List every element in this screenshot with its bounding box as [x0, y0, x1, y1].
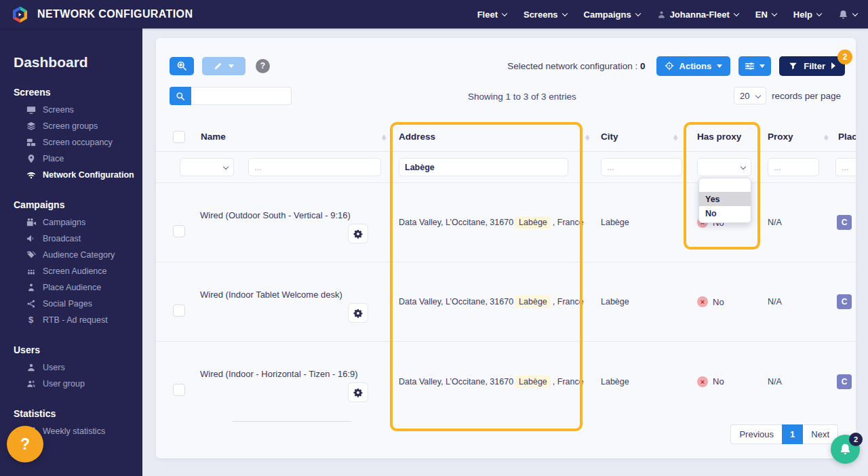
nav-menu-screens[interactable]: Screens — [524, 9, 567, 20]
place-filter-input[interactable] — [835, 158, 856, 176]
row-checkbox[interactable] — [173, 304, 185, 317]
place-badge[interactable]: C — [837, 215, 852, 230]
place-cell: C — [835, 262, 856, 341]
bell-icon — [838, 9, 848, 20]
nav-menu-fleet[interactable]: Fleet — [477, 9, 507, 20]
column-header-name[interactable]: Name◆ — [197, 132, 393, 142]
sidebar-section-users: Users — [0, 328, 142, 359]
row-checkbox[interactable] — [173, 384, 185, 396]
sidebar-item-audience-category[interactable]: Audience Category — [0, 247, 142, 263]
column-header-city[interactable]: City◆ — [597, 132, 685, 142]
tags-icon — [26, 250, 36, 260]
name-filter-input[interactable] — [248, 158, 381, 176]
place-badge[interactable]: C — [837, 294, 852, 309]
sidebar-item-screens[interactable]: Screens — [0, 102, 142, 118]
sidebar-item-screen-groups[interactable]: Screen groups — [0, 118, 142, 134]
contextual-help-button[interactable]: ? — [256, 59, 270, 73]
notification-count-badge: 2 — [849, 433, 863, 446]
column-header-proxy[interactable]: Proxy◆ — [761, 132, 835, 142]
megaphone-icon — [26, 234, 36, 244]
select-all-checkbox[interactable] — [173, 131, 185, 143]
table-row[interactable]: Wired (Indoor - Horizontal - Tizen - 16:… — [156, 342, 856, 421]
crosshair-icon — [665, 61, 674, 71]
has-proxy-filter-select[interactable] — [697, 158, 751, 176]
per-page-select[interactable]: 20 — [734, 87, 766, 104]
sidebar-item-users[interactable]: Users — [0, 359, 142, 376]
city-cell: Labège — [597, 342, 685, 421]
per-page-label: records per page — [772, 91, 841, 101]
filter-count-badge: 2 — [837, 49, 852, 64]
column-header-has-proxy[interactable]: Has proxy — [685, 132, 761, 142]
pagination: Previous 1 Next — [730, 424, 838, 444]
row-settings-button[interactable] — [348, 303, 368, 323]
network-configuration-table: Name◆ Address◆ City◆ Has proxy Proxy◆ Pl… — [156, 122, 856, 421]
address-cell: Data Valley, L’Occitane, 31670Labège, Fr… — [393, 262, 597, 341]
nav-notifications[interactable] — [838, 9, 857, 20]
search-button[interactable] — [170, 87, 191, 105]
top-navbar: NETWORK CONFIGURATION Fleet Screens Camp… — [0, 0, 868, 28]
dropdown-option-yes[interactable]: Yes — [699, 192, 751, 206]
sidebar-item-campaigns[interactable]: Campaigns — [0, 214, 142, 231]
notifications-floating-button[interactable]: 2 — [831, 435, 860, 464]
sidebar-item-social-pages[interactable]: Social Pages — [0, 296, 142, 312]
sidebar-item-place[interactable]: Place — [0, 151, 142, 167]
sidebar-item-network-configuration[interactable]: Network Configuration — [0, 167, 142, 183]
chevron-down-icon — [502, 10, 507, 16]
wifi-icon — [26, 170, 36, 180]
sort-icon[interactable]: ◆ — [673, 132, 677, 141]
dropdown-option-no[interactable]: No — [699, 206, 751, 220]
help-floating-button[interactable]: ? — [7, 426, 43, 462]
showing-entries-label: Showing 1 to 3 of 3 entries — [468, 92, 576, 102]
nav-menu-user[interactable]: Johanna-Fleet — [657, 9, 738, 20]
edit-dropdown-button[interactable] — [202, 57, 245, 75]
search-highlight: Labège — [515, 296, 551, 308]
search-input[interactable] — [191, 87, 292, 105]
sort-icon[interactable]: ◆ — [382, 132, 386, 141]
funnel-icon — [789, 62, 797, 71]
layers-icon — [26, 121, 36, 132]
table-row[interactable]: Wired (Indoor Tablet Welcome desk) Data … — [156, 262, 856, 342]
place-badge[interactable]: C — [837, 374, 852, 389]
name-filter-select[interactable] — [180, 158, 234, 176]
app-logo-icon — [11, 5, 29, 24]
sort-icon[interactable]: ◆ — [824, 132, 828, 141]
sidebar-item-screen-occupancy[interactable]: Screen occupancy — [0, 134, 142, 151]
sidebar-dashboard-link[interactable]: Dashboard — [0, 28, 142, 71]
sidebar-item-user-group[interactable]: User group — [0, 376, 142, 392]
column-header-place[interactable]: Place — [835, 132, 856, 142]
sort-icon[interactable]: ◆ — [585, 132, 589, 141]
has-proxy-cell: × No — [685, 262, 761, 341]
dropdown-option-empty[interactable] — [699, 180, 751, 192]
row-settings-button[interactable] — [348, 224, 368, 243]
column-header-address[interactable]: Address◆ — [393, 132, 597, 142]
sidebar-item-screen-audience[interactable]: Screen Audience — [0, 263, 142, 279]
current-page-button[interactable]: 1 — [782, 424, 803, 444]
toolbar: ? Selected network configuration : 0 Act… — [170, 56, 845, 76]
per-page-control: 20 records per page — [734, 87, 841, 104]
proxy-filter-input[interactable] — [768, 158, 819, 176]
sidebar-section-screens: Screens — [0, 71, 142, 102]
columns-settings-button[interactable] — [738, 56, 771, 76]
address-filter-input[interactable] — [399, 158, 568, 176]
brand[interactable]: NETWORK CONFIGURATION — [11, 5, 193, 24]
place-cell: C — [835, 183, 856, 262]
row-settings-button[interactable] — [348, 382, 368, 402]
sidebar-item-place-audience[interactable]: Place Audience — [0, 279, 142, 296]
sidebar-item-broadcast[interactable]: Broadcast — [0, 231, 142, 247]
actions-button[interactable]: Actions — [656, 56, 731, 76]
gear-icon — [353, 309, 363, 318]
filter-button[interactable]: Filter 2 — [779, 56, 845, 76]
previous-page-button[interactable]: Previous — [730, 424, 782, 444]
nav-menu-help[interactable]: Help — [793, 9, 821, 20]
selected-count-value: 0 — [640, 61, 646, 71]
sidebar-item-rtb-ad-request[interactable]: $ RTB - Ad request — [0, 312, 142, 328]
chevron-down-icon — [816, 10, 822, 16]
zoom-search-button[interactable] — [170, 57, 194, 75]
address-cell: Data Valley, L’Occitane, 31670Labège, Fr… — [393, 183, 597, 262]
row-checkbox[interactable] — [173, 225, 185, 237]
sidebar-section-campaigns: Campaigns — [0, 183, 142, 214]
nav-menu-language[interactable]: EN — [755, 9, 776, 20]
city-filter-input[interactable] — [601, 158, 682, 176]
nav-menu-campaigns[interactable]: Campaigns — [584, 9, 640, 20]
users-icon — [26, 379, 36, 389]
